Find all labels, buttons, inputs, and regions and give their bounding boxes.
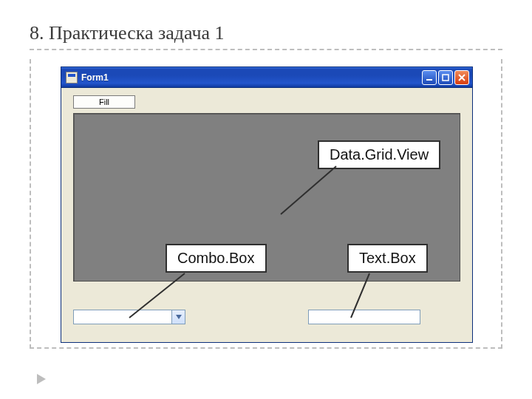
svg-rect-0: [426, 79, 432, 81]
annotation-textbox: Text.Box: [347, 244, 428, 273]
maximize-button[interactable]: [438, 70, 453, 85]
svg-rect-1: [443, 75, 449, 81]
combobox-text: [74, 310, 171, 324]
close-button[interactable]: [454, 70, 469, 85]
form-window: Form1 Fill: [61, 66, 473, 343]
slide-body: Form1 Fill: [30, 59, 502, 349]
slide-title: 8. Практическа задача 1: [30, 22, 502, 50]
bullet-arrow-icon: [37, 374, 46, 384]
minimize-button[interactable]: [422, 70, 437, 85]
close-icon: [458, 74, 466, 81]
chevron-down-icon: [176, 315, 182, 319]
combobox-dropdown-button[interactable]: [171, 310, 185, 324]
annotation-combobox: Combo.Box: [166, 244, 267, 273]
fill-button[interactable]: Fill: [73, 95, 135, 109]
annotation-datagridview: Data.Grid.View: [318, 140, 440, 169]
textbox[interactable]: [308, 310, 420, 324]
titlebar[interactable]: Form1: [61, 67, 472, 88]
client-area: Fill: [64, 89, 469, 339]
maximize-icon: [442, 74, 449, 81]
window-title: Form1: [81, 72, 420, 83]
svg-marker-4: [176, 315, 182, 319]
minimize-icon: [426, 74, 433, 81]
app-icon: [66, 72, 78, 83]
combobox[interactable]: [73, 310, 185, 324]
